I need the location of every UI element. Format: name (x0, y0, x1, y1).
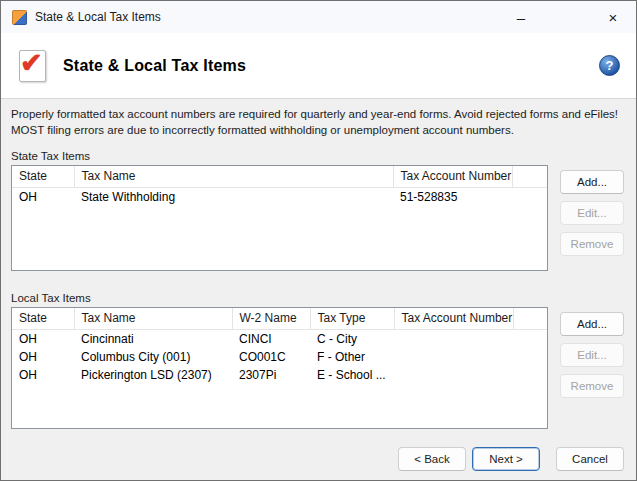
state-edit-button[interactable]: Edit... (560, 201, 624, 225)
column-header-tax-account-number[interactable]: Tax Account Number (394, 308, 513, 329)
table-row[interactable]: OH Pickerington LSD (2307) 2307Pi E - Sc… (12, 366, 547, 384)
cell-tax-account-number (394, 329, 513, 348)
table-row[interactable]: OH Cincinnati CINCI C - City (12, 329, 547, 348)
cell-filler (513, 366, 547, 384)
state-add-button[interactable]: Add... (560, 170, 624, 194)
cell-tax-name: Columbus City (001) (74, 348, 232, 366)
description-text: Properly formatted tax account numbers a… (11, 107, 622, 138)
column-header-tax-name[interactable]: Tax Name (74, 166, 393, 187)
column-header-filler (512, 166, 547, 187)
local-section-label: Local Tax Items (11, 292, 636, 304)
local-remove-button[interactable]: Remove (560, 374, 624, 398)
wizard-footer: < Back Next > Cancel (398, 447, 624, 471)
cancel-button[interactable]: Cancel (556, 447, 624, 471)
cell-tax-name: Pickerington LSD (2307) (74, 366, 232, 384)
local-edit-button[interactable]: Edit... (560, 343, 624, 367)
column-header-tax-name[interactable]: Tax Name (74, 308, 232, 329)
state-section-label: State Tax Items (11, 150, 636, 162)
cell-tax-account-number (394, 348, 513, 366)
table-row[interactable]: OH Columbus City (001) CO001C F - Other (12, 348, 547, 366)
cell-tax-type: F - Other (310, 348, 394, 366)
column-header-tax-type[interactable]: Tax Type (310, 308, 394, 329)
cell-w2-name: CO001C (232, 348, 310, 366)
state-table-header-row: State Tax Name Tax Account Number (12, 166, 547, 187)
local-table-header-row: State Tax Name W-2 Name Tax Type Tax Acc… (12, 308, 547, 329)
local-tax-table: State Tax Name W-2 Name Tax Type Tax Acc… (11, 307, 548, 429)
help-icon[interactable]: ? (599, 55, 620, 76)
close-button[interactable]: × (590, 1, 636, 33)
local-add-button[interactable]: Add... (560, 312, 624, 336)
cell-state: OH (12, 366, 74, 384)
cell-tax-account-number (394, 366, 513, 384)
cell-w2-name: 2307Pi (232, 366, 310, 384)
dialog-state-local-tax-items: State & Local Tax Items – × State & Loca… (0, 0, 637, 481)
cell-w2-name: CINCI (232, 329, 310, 348)
cell-tax-type: C - City (310, 329, 394, 348)
column-header-state[interactable]: State (12, 308, 74, 329)
window-title: State & Local Tax Items (35, 10, 161, 24)
app-icon (12, 10, 27, 25)
cell-filler (512, 187, 547, 206)
next-button[interactable]: Next > (472, 447, 540, 471)
cell-tax-name: Cincinnati (74, 329, 232, 348)
cell-tax-account-number: 51-528835 (393, 187, 512, 206)
column-header-tax-account-number[interactable]: Tax Account Number (393, 166, 512, 187)
page-header: State & Local Tax Items ? (1, 33, 636, 99)
cell-state: OH (12, 348, 74, 366)
minimize-button[interactable]: – (498, 1, 544, 33)
cell-filler (513, 329, 547, 348)
page-title: State & Local Tax Items (63, 57, 246, 75)
cell-tax-type: E - School ... (310, 366, 394, 384)
titlebar-spacer (544, 1, 590, 33)
cell-state: OH (12, 329, 74, 348)
cell-filler (513, 348, 547, 366)
state-tax-table: State Tax Name Tax Account Number OH Sta… (11, 165, 548, 271)
back-button[interactable]: < Back (398, 447, 466, 471)
title-bar: State & Local Tax Items – × (1, 1, 636, 33)
cell-tax-name: State Withholding (74, 187, 393, 206)
cell-state: OH (12, 187, 74, 206)
column-header-w2-name[interactable]: W-2 Name (232, 308, 310, 329)
state-remove-button[interactable]: Remove (560, 232, 624, 256)
column-header-filler (513, 308, 547, 329)
column-header-state[interactable]: State (12, 166, 74, 187)
red-check-document-icon (19, 50, 46, 82)
table-row[interactable]: OH State Withholding 51-528835 (12, 187, 547, 206)
